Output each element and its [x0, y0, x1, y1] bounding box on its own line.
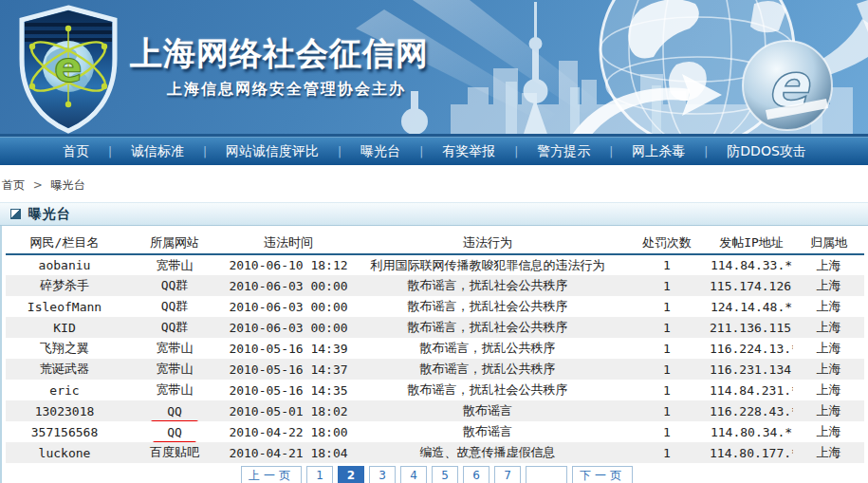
cell-ip: 114.80.177.* — [710, 442, 793, 463]
cell-behavior: 散布谣言 — [351, 421, 624, 442]
cell-website: QQ — [123, 421, 226, 442]
pagination-page-5[interactable]: 5 — [432, 466, 458, 483]
cell-count: 1 — [624, 317, 710, 338]
cell-website: QQ群 — [123, 296, 226, 317]
website-label-red-underlined: QQ群 — [161, 319, 189, 336]
cell-time: 2010-04-21 18:04 — [226, 442, 351, 463]
nav-item-anti-ddos[interactable]: 防DDOS攻击 — [727, 143, 805, 160]
cell-time: 2010-05-01 18:02 — [226, 400, 351, 421]
cell-netizen: luckone — [6, 442, 123, 463]
exposure-table-panel: 网民/栏目名 所属网站 违法时间 违法行为 处罚次数 发帖IP地址 归属地 ao… — [0, 226, 868, 483]
section-header-bar: 曝光台 — [0, 202, 868, 226]
pagination-page-3[interactable]: 3 — [369, 466, 396, 483]
pagination-page-2-current[interactable]: 2 — [338, 466, 364, 483]
breadcrumb-separator: > — [33, 178, 43, 192]
cell-website: QQ — [123, 400, 226, 421]
nav-item-online-antivirus[interactable]: 网上杀毒 — [632, 143, 685, 160]
cell-ip: 124.14.48.* — [710, 296, 793, 317]
nav-item-police-tips[interactable]: 警方提示 — [537, 143, 590, 160]
e-sphere: e — [743, 41, 832, 130]
cell-website: 宽带山 — [123, 338, 226, 359]
cell-netizen: eric — [6, 380, 123, 400]
cell-region: 上海 — [793, 338, 864, 359]
cell-count: 1 — [624, 296, 710, 317]
table-row: 碎梦杀手 QQ群 2010-06-03 00:00 散布谣言，扰乱社会公共秩序 … — [6, 275, 864, 296]
website-label: 宽带山 — [157, 341, 194, 355]
cell-time: 2010-05-16 14:37 — [226, 359, 351, 380]
cell-time: 2010-04-22 18:00 — [226, 421, 351, 442]
nav-separator: | — [704, 145, 708, 158]
cell-ip: 115.174.126.* — [710, 275, 793, 296]
table-row: aobaniu 宽带山 2010-06-10 18:12 利用国际联网传播教唆犯… — [6, 254, 864, 275]
cell-region: 上海 — [793, 400, 864, 421]
cell-region: 上海 — [793, 359, 864, 380]
col-header-website: 所属网站 — [123, 232, 226, 254]
cell-netizen: 荒诞武器 — [6, 359, 123, 380]
breadcrumb: 首页 > 曝光台 — [0, 165, 868, 202]
cell-behavior: 利用国际联网传播教唆犯罪信息的违法行为 — [351, 254, 624, 275]
table-row: 357156568 QQ 2010-04-22 18:00 散布谣言 1 114… — [6, 421, 864, 442]
cell-netizen: 357156568 — [6, 421, 123, 442]
website-label: 百度贴吧 — [150, 445, 199, 459]
exposure-table: 网民/栏目名 所属网站 违法时间 违法行为 处罚次数 发帖IP地址 归属地 ao… — [6, 232, 864, 463]
nav-separator: | — [338, 145, 342, 158]
col-header-violation-behavior: 违法行为 — [351, 232, 624, 254]
cell-website: QQ群 — [123, 317, 226, 338]
pagination-page-1[interactable]: 1 — [306, 466, 333, 483]
cell-website: 宽带山 — [123, 380, 226, 400]
cell-behavior: 散布谣言，扰乱社会公共秩序 — [351, 296, 624, 317]
col-header-region: 归属地 — [793, 232, 864, 254]
table-row: eric 宽带山 2010-05-16 14:35 散布谣言，扰乱社会公共秩序 … — [6, 380, 864, 400]
cell-website: 宽带山 — [123, 359, 226, 380]
table-row: luckone 百度贴吧 2010-04-21 18:04 编造、故意传播虚假信… — [6, 442, 864, 463]
cell-region: 上海 — [793, 254, 864, 275]
col-header-post-ip: 发帖IP地址 — [710, 232, 793, 254]
col-header-punish-count: 处罚次数 — [624, 232, 710, 254]
cell-behavior: 编造、故意传播虚假信息 — [351, 442, 624, 463]
website-label: 宽带山 — [157, 258, 194, 272]
website-label-red-underlined: QQ群 — [161, 277, 189, 294]
nav-item-credit-standard[interactable]: 诚信标准 — [131, 143, 184, 160]
breadcrumb-home-link[interactable]: 首页 — [2, 178, 25, 192]
pagination-page-4[interactable]: 4 — [400, 466, 427, 483]
cell-time: 2010-05-16 14:39 — [226, 338, 351, 359]
cell-count: 1 — [624, 338, 710, 359]
website-label-red-underlined: QQ群 — [161, 298, 189, 315]
table-row: 飞翔之翼 宽带山 2010-05-16 14:39 散布谣言，扰乱公共秩序 1 … — [6, 338, 864, 359]
cell-time: 2010-06-03 00:00 — [226, 275, 351, 296]
table-row: 荒诞武器 宽带山 2010-05-16 14:37 散布谣言，扰乱公共秩序 1 … — [6, 359, 864, 380]
cell-ip: 116.224.13.* — [710, 338, 793, 359]
pagination-next-button[interactable]: 下一页 — [572, 466, 633, 483]
nav-item-home[interactable]: 首页 — [63, 143, 89, 160]
cell-time: 2010-06-03 00:00 — [226, 317, 351, 338]
cell-count: 1 — [624, 442, 710, 463]
cell-behavior: 散布谣言，扰乱公共秩序 — [351, 338, 624, 359]
banner-cityscape-globe-art: e — [356, 0, 868, 137]
pagination-ellipsis-box[interactable] — [526, 466, 567, 483]
cell-netizen: IsleofMann — [6, 296, 123, 317]
pagination-prev-button[interactable]: 上一页 — [241, 466, 302, 483]
cell-ip: 114.80.34.* — [710, 421, 793, 442]
nav-item-exposure-platform[interactable]: 曝光台 — [360, 143, 400, 160]
cell-region: 上海 — [793, 317, 864, 338]
cell-behavior: 散布谣言，扰乱公共秩序 — [351, 359, 624, 380]
cell-behavior: 散布谣言，扰乱社会公共秩序 — [351, 275, 624, 296]
table-row: IsleofMann QQ群 2010-06-03 00:00 散布谣言，扰乱社… — [6, 296, 864, 317]
nav-item-site-credit-rating[interactable]: 网站诚信度评比 — [226, 143, 319, 160]
pagination-page-6[interactable]: 6 — [463, 466, 489, 483]
cell-region: 上海 — [793, 380, 864, 400]
cell-behavior: 散布谣言 — [351, 400, 624, 421]
cell-netizen: 碎梦杀手 — [6, 275, 123, 296]
site-banner: e — [0, 0, 868, 137]
svg-text:e: e — [54, 43, 83, 91]
cell-time: 2010-06-10 18:12 — [226, 254, 351, 275]
nav-separator: | — [609, 145, 613, 158]
cell-website: QQ群 — [123, 275, 226, 296]
cell-netizen: 飞翔之翼 — [6, 338, 123, 359]
nav-item-reward-report[interactable]: 有奖举报 — [442, 143, 495, 160]
cell-ip: 114.84.231.* — [710, 380, 793, 400]
website-label-red-underlined: QQ — [167, 404, 182, 418]
pagination-page-7[interactable]: 7 — [494, 466, 521, 483]
nav-separator: | — [514, 145, 518, 158]
cell-count: 1 — [624, 275, 710, 296]
